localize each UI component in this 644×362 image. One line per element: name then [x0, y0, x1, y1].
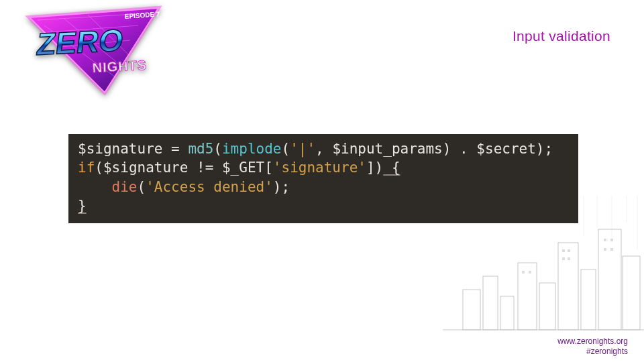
code-token: ; [281, 179, 290, 195]
slide-title: Input validation [513, 28, 610, 44]
svg-rect-16 [623, 256, 640, 330]
code-token: ) [443, 141, 451, 157]
logo-sub-text: NIGHTS [92, 58, 148, 75]
svg-rect-19 [568, 249, 570, 252]
code-token: if [78, 160, 95, 176]
code-token: implode [222, 141, 282, 157]
logo-main-text: ZERO [35, 23, 125, 62]
svg-rect-13 [558, 243, 578, 330]
footer-url: www.zeronights.org [557, 337, 628, 347]
logo-episode-tag: EPISODE 7 [124, 10, 160, 20]
code-token [78, 179, 112, 195]
code-token: = [162, 141, 188, 157]
svg-rect-27 [529, 271, 531, 274]
code-token: '|' [290, 141, 315, 157]
footer-hashtag: #zeronights [557, 347, 628, 357]
code-token: $signature [103, 160, 188, 176]
svg-rect-21 [568, 257, 570, 260]
code-token: md5 [188, 141, 213, 157]
svg-rect-24 [604, 248, 606, 251]
code-token: ; [545, 141, 553, 157]
svg-rect-20 [562, 257, 565, 260]
code-token: 'signature' [273, 160, 366, 176]
code-token: ) [273, 179, 282, 195]
code-token: . [451, 141, 476, 157]
svg-rect-22 [604, 239, 606, 241]
code-token: [ [264, 160, 273, 176]
code-token: ] [366, 160, 375, 176]
code-token: $_GET [222, 160, 264, 176]
code-token: , [315, 141, 332, 157]
svg-rect-14 [581, 269, 596, 330]
code-token: ) [375, 160, 384, 176]
code-token: ( [281, 141, 290, 157]
code-token: { [383, 160, 400, 176]
svg-rect-15 [598, 229, 621, 330]
code-token: $secret [476, 141, 536, 157]
code-token: 'Access denied' [146, 179, 273, 195]
footer: www.zeronights.org #zeronights [557, 337, 628, 357]
code-token: } [78, 198, 87, 214]
code-token: != [188, 160, 222, 176]
code-token: ) [536, 141, 545, 157]
svg-rect-11 [518, 263, 537, 330]
svg-rect-8 [463, 290, 480, 330]
svg-rect-25 [610, 248, 613, 251]
svg-rect-18 [562, 249, 565, 252]
code-token: ( [213, 141, 222, 157]
skyline-decoration [443, 196, 644, 337]
zeronights-logo: EPISODE 7 ZERO NIGHTS [24, 5, 165, 99]
code-token: die [112, 179, 138, 195]
svg-rect-12 [539, 283, 555, 330]
svg-rect-10 [500, 296, 514, 330]
svg-rect-9 [483, 276, 498, 330]
svg-rect-26 [522, 271, 525, 274]
code-token: $input_params [332, 141, 442, 157]
code-token: ( [138, 179, 146, 195]
code-token: ( [95, 160, 103, 176]
code-token: $signature [78, 141, 162, 157]
